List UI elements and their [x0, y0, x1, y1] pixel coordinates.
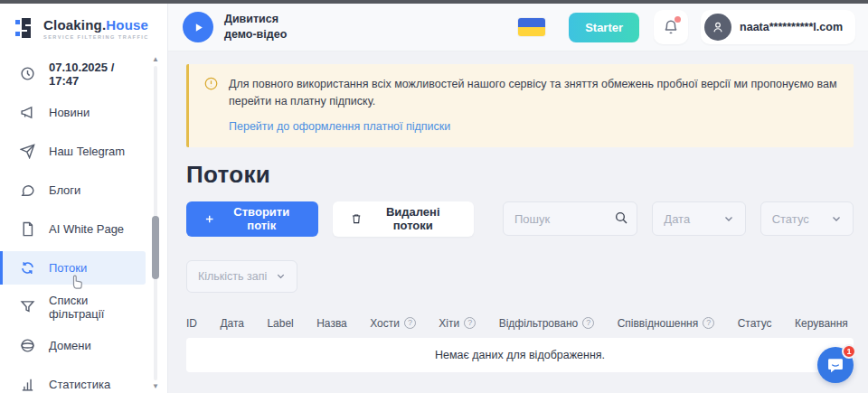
status-filter-select[interactable]: Статус	[760, 201, 854, 236]
sidebar-item-domains[interactable]: Домени	[0, 329, 146, 362]
plan-badge-button[interactable]: Starter	[569, 13, 639, 42]
language-flag-ukraine[interactable]	[518, 18, 545, 36]
scrollbar-thumb[interactable]	[152, 216, 159, 279]
notifications-button[interactable]	[654, 10, 688, 44]
controls-row: Створити потік Видалені потоки Дата Стат…	[186, 201, 854, 237]
globe-icon	[19, 338, 35, 354]
table-header-row: ID Дата Label Назва Хости? Хіти? Відфіль…	[186, 317, 854, 330]
user-email: naata**********l.com	[740, 21, 843, 33]
flag-blue-stripe	[518, 18, 545, 27]
per-page-row: Кількість запі	[186, 260, 854, 293]
col-status: Статус	[738, 317, 772, 330]
play-icon[interactable]	[183, 12, 213, 42]
watch-demo-label: Дивитися демо-відео	[224, 12, 287, 42]
help-icon[interactable]: ?	[582, 317, 594, 329]
sidebar: Cloaking.House SERVICE FILTERING TRAFFIC…	[0, 4, 168, 393]
flag-yellow-stripe	[518, 27, 545, 36]
sidebar-item-datetime: 07.10.2025 / 17:47	[0, 57, 146, 90]
sidebar-scrollbar[interactable]: ▲ ▼	[151, 55, 160, 391]
col-date: Дата	[220, 317, 244, 330]
scrollbar-down-arrow[interactable]: ▼	[151, 382, 160, 391]
plus-icon	[204, 213, 214, 225]
col-actions: Керування	[795, 317, 848, 330]
per-page-select[interactable]: Кількість запі	[186, 260, 297, 293]
app-root: Cloaking.House SERVICE FILTERING TRAFFIC…	[0, 4, 868, 393]
page-title: Потоки	[186, 161, 854, 189]
status-filter-label: Статус	[772, 212, 809, 226]
sidebar-item-filter-lists[interactable]: Списки фільтрації	[0, 290, 146, 323]
scrollbar-up-arrow[interactable]: ▲	[151, 55, 160, 64]
sidebar-item-label: 07.10.2025 / 17:47	[49, 61, 146, 88]
table-empty-state: Немає даних для відображення.	[186, 338, 854, 372]
bar-chart-icon	[19, 377, 35, 393]
per-page-label: Кількість запі	[198, 270, 267, 283]
sidebar-item-blogs[interactable]: Блоги	[0, 173, 146, 207]
help-icon[interactable]: ?	[404, 317, 416, 329]
sidebar-item-label: AI White Page	[49, 222, 124, 236]
avatar	[704, 14, 731, 41]
create-stream-button[interactable]: Створити потік	[186, 201, 318, 237]
megaphone-icon	[19, 105, 35, 121]
help-icon[interactable]: ?	[464, 317, 476, 329]
col-hosts: Хости?	[370, 317, 416, 330]
paper-plane-icon	[19, 144, 35, 160]
sidebar-item-label: Новини	[49, 106, 90, 119]
sidebar-item-label: Блоги	[49, 183, 80, 197]
chat-bubble-icon	[19, 182, 35, 199]
hand-cursor	[68, 273, 86, 293]
chat-unread-badge: 1	[842, 344, 856, 359]
upgrade-subscription-link[interactable]: Перейти до оформлення платної підписки	[229, 120, 450, 133]
sidebar-item-news[interactable]: Новини	[0, 96, 146, 129]
sidebar-item-label: Статистика	[49, 378, 110, 391]
chevron-down-icon	[723, 213, 734, 224]
watch-demo-button[interactable]: Дивитися демо-відео	[183, 12, 287, 42]
sync-icon	[19, 260, 35, 276]
help-icon[interactable]: ?	[703, 317, 714, 329]
logo-name-accent: House	[106, 17, 148, 33]
logo-tagline: SERVICE FILTERING TRAFFIC	[43, 34, 149, 40]
logo-name-dark: Cloaking.	[43, 17, 106, 33]
col-filtered: Відфільтровано?	[499, 317, 595, 330]
warning-icon	[204, 77, 218, 90]
col-hits: Хіти?	[439, 317, 476, 330]
person-icon	[712, 21, 724, 33]
col-label: Label	[267, 317, 293, 330]
trial-warning-banner: Для повного використання всіх можливосте…	[186, 64, 854, 147]
main-column: Дивитися демо-відео Starter naata*******…	[168, 4, 868, 393]
sidebar-item-label: Списки фільтрації	[49, 294, 146, 321]
sidebar-nav: 07.10.2025 / 17:47 Новини Наш Telegram Б…	[0, 57, 167, 393]
date-filter-label: Дата	[664, 212, 690, 226]
topbar: Дивитися демо-відео Starter naata*******…	[168, 4, 868, 51]
funnel-icon	[19, 299, 35, 315]
content: Для повного використання всіх можливосте…	[168, 51, 868, 393]
col-name: Назва	[316, 317, 347, 330]
document-icon	[19, 221, 35, 238]
col-id: ID	[186, 317, 197, 330]
search-icon	[614, 211, 628, 225]
deleted-streams-button[interactable]: Видалені потоки	[333, 201, 474, 237]
sidebar-item-telegram[interactable]: Наш Telegram	[0, 135, 146, 168]
logo-text: Cloaking.House SERVICE FILTERING TRAFFIC	[43, 17, 149, 40]
chat-widget-icon	[826, 356, 844, 374]
logo[interactable]: Cloaking.House SERVICE FILTERING TRAFFIC	[0, 4, 167, 51]
sidebar-item-ai-white-page[interactable]: AI White Page	[0, 212, 146, 246]
empty-state-text: Немає даних для відображення.	[435, 349, 605, 361]
sidebar-item-streams[interactable]: Потоки	[0, 251, 146, 285]
date-filter-select[interactable]: Дата	[652, 201, 745, 236]
notification-dot	[675, 16, 681, 23]
search-box	[503, 201, 637, 236]
user-account-button[interactable]: naata**********l.com	[701, 10, 855, 44]
sidebar-item-label: Наш Telegram	[49, 145, 125, 158]
chevron-down-icon	[276, 271, 286, 281]
col-ratio: Співвідношення?	[618, 317, 715, 330]
trash-icon	[351, 212, 362, 225]
banner-message: Для повного використання всіх можливосте…	[229, 76, 839, 110]
sidebar-item-label: Домени	[49, 339, 91, 352]
clock-icon	[19, 66, 35, 82]
chevron-down-icon	[831, 213, 842, 224]
logo-icon	[14, 17, 36, 39]
sidebar-item-statistics[interactable]: Статистика	[0, 368, 146, 393]
chat-widget-button[interactable]: 1	[817, 347, 854, 383]
